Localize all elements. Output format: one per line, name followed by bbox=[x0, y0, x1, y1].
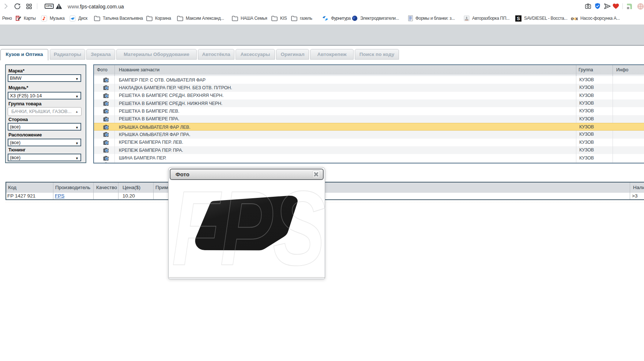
svg-text:S: S bbox=[517, 16, 520, 21]
svg-text:o: o bbox=[571, 16, 573, 21]
svg-text:x: x bbox=[576, 16, 578, 21]
